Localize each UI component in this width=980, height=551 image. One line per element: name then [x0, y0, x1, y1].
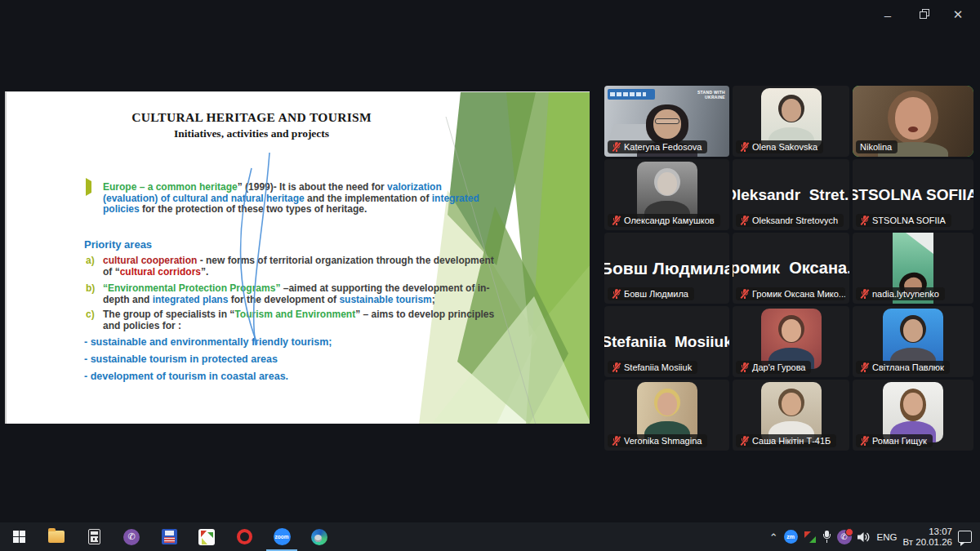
muted-mic-icon	[740, 216, 749, 225]
avatar	[761, 309, 822, 369]
participant-tile-stefaniia-mosiiuk[interactable]: Stefaniia Mosiiuk Stefaniia Mosiiuk	[604, 306, 729, 377]
slide-text-green: Tourism and Environment	[234, 309, 355, 320]
muted-mic-icon	[740, 142, 749, 152]
avatar	[637, 382, 697, 442]
edge-button[interactable]	[301, 522, 338, 551]
slide-text-red: cultural corridors	[120, 266, 201, 278]
list-marker-a: a)	[86, 256, 103, 278]
zoom-tray-icon[interactable]: zm	[784, 530, 798, 544]
viber-tray-icon[interactable]: ✆	[837, 530, 852, 544]
save-app-button[interactable]	[150, 522, 188, 551]
name-tag: Oleksandr Stretovych	[736, 214, 844, 227]
participant-name: Олександр Камушков	[624, 216, 715, 225]
slide-text: ” (1999)- It is about the need for	[238, 181, 387, 193]
participant-tile-kateryna-fedosova[interactable]: STAND WITH UKRAINE Kateryna Fedosova	[604, 86, 729, 157]
speaker-icon	[858, 531, 871, 543]
participant-name: Громик Оксана Мико...	[752, 289, 845, 299]
participant-name: Роман Гищук	[872, 436, 927, 446]
conference-logo-banner	[608, 89, 655, 100]
name-tag: Olena Sakovska	[736, 140, 823, 153]
clock[interactable]: 13:07 Вт 20.01.26	[902, 527, 952, 548]
participant-tile-stsolna-sofiia[interactable]: STSOLNA SOFIIA STSOLNA SOFIIA	[853, 159, 973, 230]
participant-tile-bovsh-liudmyla[interactable]: Бовш Людмила Бовш Людмила	[604, 233, 729, 304]
system-tray: ⌃ zm ✆ ENG 13:07 Вт 20.01.26	[769, 522, 980, 551]
glasses	[655, 118, 679, 124]
edge-icon	[311, 529, 327, 545]
zoom-app-button[interactable]: zoom	[263, 522, 301, 551]
muted-mic-icon	[860, 436, 869, 446]
slide-dash-item: - sustainable tourism in protected areas	[84, 353, 278, 365]
participant-tile-hromyk-oksana[interactable]: Громик Оксана... Громик Оксана Мико...	[733, 233, 849, 304]
participant-name: Stefaniia Mosiiuk	[624, 362, 692, 372]
calculator-button[interactable]	[75, 522, 113, 551]
opera-button[interactable]	[225, 522, 263, 551]
muted-mic-icon	[740, 362, 749, 372]
language-indicator[interactable]: ENG	[877, 532, 898, 542]
avatar	[637, 162, 697, 222]
muted-mic-icon	[740, 289, 749, 299]
participant-tile-nikolina[interactable]: Nikolina	[853, 86, 973, 157]
slide-text: ”.	[201, 266, 208, 278]
participant-name: Саша Нікітін Т-41Б	[752, 436, 831, 446]
restore-icon	[920, 11, 927, 19]
minimize-button[interactable]: –	[877, 5, 898, 24]
name-tag: Nikolina	[856, 140, 898, 153]
restore-button[interactable]	[912, 5, 933, 24]
participant-tile-nadia-lytvynenko[interactable]: nadia.lytvynenko	[853, 233, 973, 304]
close-button[interactable]: ✕	[947, 5, 969, 24]
avatar	[883, 382, 943, 442]
start-button[interactable]	[0, 522, 38, 551]
muted-mic-icon	[740, 436, 749, 446]
bullet-arrow-icon	[86, 182, 103, 216]
muted-mic-icon	[612, 436, 621, 446]
participant-name: Kateryna Fedosova	[624, 142, 702, 152]
participant-tile-olena-sakovska[interactable]: Olena Sakovska	[733, 86, 849, 157]
muted-mic-icon	[612, 216, 621, 225]
participant-name: Nikolina	[860, 142, 892, 152]
slide-text-red: cultural cooperation	[103, 255, 197, 266]
name-tag: Дар'я Гурова	[736, 361, 811, 374]
slide-text-green: Europe – a common heritage	[103, 181, 238, 193]
viber-button[interactable]: ✆	[113, 522, 150, 551]
clock-date: Вт 20.01.26	[902, 537, 952, 548]
name-tag: Роман Гищук	[856, 434, 933, 447]
folder-icon	[48, 531, 65, 543]
action-center-icon[interactable]	[958, 531, 972, 543]
slide-text-green: “Environmental Protection Programs”	[103, 282, 280, 294]
file-explorer-button[interactable]	[38, 522, 75, 551]
participant-gallery: STAND WITH UKRAINE Kateryna Fedosova Ole…	[604, 86, 973, 451]
floppy-disk-icon	[162, 529, 177, 544]
participant-tile-oleksandr-stretovych[interactable]: Oleksandr Stret... Oleksandr Stretovych	[733, 159, 849, 230]
participant-name: Olena Sakovska	[752, 142, 817, 152]
graphics-app-button[interactable]	[188, 522, 225, 551]
graphics-tray-icon[interactable]	[804, 531, 817, 544]
microphone-tray-icon[interactable]	[822, 531, 831, 543]
avatar	[761, 382, 822, 442]
pinwheel-icon	[198, 529, 215, 545]
name-tag: Олександр Камушков	[608, 214, 720, 227]
volume-icon[interactable]	[858, 531, 871, 543]
name-tag: Світлана Павлюк	[856, 361, 950, 374]
name-tag: Бовш Людмила	[608, 287, 694, 300]
participant-tile-oleksandr-kamushkov[interactable]: Олександр Камушков	[604, 159, 729, 230]
taskbar: ✆ zoom ⌃ zm ✆	[0, 522, 980, 551]
muted-mic-icon	[860, 216, 869, 225]
slide-text-blue: sustainable tourism	[339, 294, 431, 305]
room-background	[906, 233, 933, 254]
participant-name: nadia.lytvynenko	[872, 289, 939, 299]
slide-subtitle: Initiatives, activities and projects	[7, 127, 497, 140]
person-silhouette	[908, 127, 918, 132]
avatar	[883, 309, 943, 369]
slide-item-a: a) cultural cooperation - new forms of t…	[86, 256, 494, 278]
participant-tile-sasha-nikitin[interactable]: Саша Нікітін Т-41Б	[733, 380, 849, 451]
name-tag: Veronika Shmagina	[608, 434, 707, 447]
participant-name: Бовш Людмила	[624, 289, 688, 299]
name-tag: STSOLNA SOFIIA	[856, 214, 951, 227]
list-marker-c: c)	[86, 309, 103, 331]
participant-tile-roman-hyshchuk[interactable]: Роман Гищук	[853, 380, 973, 451]
participant-tile-daria-hurova[interactable]: Дар'я Гурова	[733, 306, 849, 377]
slide-bullet-europe: Europe – a common heritage” (1999)- It i…	[86, 182, 488, 216]
participant-tile-veronika-shmagina[interactable]: Veronika Shmagina	[604, 380, 729, 451]
participant-tile-svitlana-pavliuk[interactable]: Світлана Павлюк	[853, 306, 973, 377]
hidden-icons-chevron[interactable]: ⌃	[769, 531, 778, 544]
